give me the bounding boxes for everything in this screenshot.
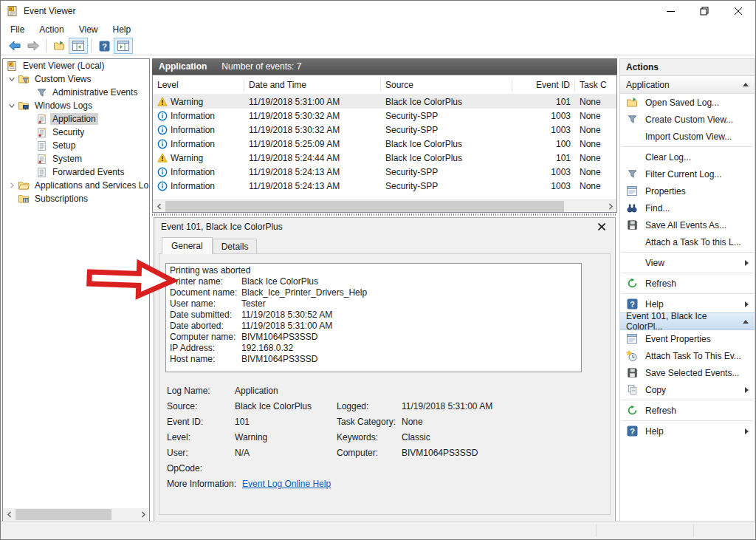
action-save-all-events-as[interactable]: Save All Events As... [620,216,755,233]
scrollbar-thumb[interactable] [165,201,564,212]
action-view[interactable]: View [620,254,755,271]
export-log-button[interactable] [49,38,69,54]
event-row[interactable]: Warning 11/19/2018 5:31:00 AM Black Ice … [153,95,616,109]
action-find[interactable]: Find... [620,199,755,216]
tree-item-application[interactable]: Application [3,112,149,126]
scroll-right-arrow-icon[interactable] [137,508,149,521]
scroll-left-arrow-icon[interactable] [153,200,165,213]
log-name: Application [159,61,207,72]
information-icon [157,125,168,135]
source-label: Source: [167,401,235,411]
event-row[interactable]: Information 11/19/2018 5:25:09 AM Black … [153,137,616,151]
tab-details[interactable]: Details [213,239,258,253]
column-header-level[interactable]: Level [153,78,244,92]
events-table: Level Date and Time Source Event ID Task… [152,75,617,213]
scroll-right-arrow-icon[interactable] [604,200,616,213]
user-label: User: [167,448,235,458]
action-help-event[interactable]: ? Help [620,423,755,440]
event-row[interactable]: Warning 11/19/2018 5:24:44 AM Black Ice … [153,151,616,165]
actions-section-application[interactable]: Application [620,76,755,94]
scrollbar-thumb[interactable] [16,509,111,520]
titlebar: Event Viewer [1,1,755,21]
restore-button[interactable] [687,1,721,21]
show-action-pane-button[interactable] [114,38,133,54]
chevron-right-icon[interactable] [6,182,18,189]
minimize-button[interactable] [653,1,687,21]
menu-action[interactable]: Action [32,22,71,37]
tree-item-security[interactable]: Security [3,126,149,139]
svg-text:?: ? [102,41,107,50]
action-filter-current-log[interactable]: Filter Current Log... [620,165,755,182]
event-row[interactable]: Information 11/19/2018 5:24:13 AM Securi… [153,165,616,179]
column-header-source[interactable]: Source [381,78,512,92]
tab-general[interactable]: General [162,237,213,254]
action-attach-task-to-event[interactable]: Attach Task To This Ev... [620,347,755,364]
action-clear-log[interactable]: Clear Log... [620,148,755,165]
warning-icon [157,97,168,106]
action-create-custom-view[interactable]: Create Custom View... [620,111,755,128]
filter-icon [626,168,638,180]
column-header-eventid[interactable]: Event ID [512,78,575,92]
tree-item-applications-and-services-logs[interactable]: Applications and Services Lo [3,179,149,192]
event-id-value: 101 [235,417,337,427]
event-viewer-window: Event Viewer File Action View Help [0,0,756,540]
action-help[interactable]: ? Help [620,295,755,312]
keywords-value: Classic [402,432,610,442]
save-icon [626,367,638,379]
close-button[interactable] [721,1,755,21]
tree-item-custom-views[interactable]: Custom Views [3,72,149,86]
preview-close-button[interactable] [595,220,608,233]
event-row[interactable]: Information 11/19/2018 5:30:32 AM Securi… [153,109,616,123]
collapse-arrow-icon [743,83,749,86]
event-description-box[interactable]: Printing was aborted Printer name:Black … [165,263,582,372]
back-button[interactable] [4,38,24,54]
action-attach-task-to-log[interactable]: Attach a Task To this L... [620,233,755,250]
help-button[interactable]: ? [94,38,114,54]
keywords-label: Keywords: [337,432,402,442]
general-tab-page: Printing was aborted Printer name:Black … [159,253,611,515]
chevron-down-icon[interactable] [6,75,18,83]
tree-item-windows-logs[interactable]: Windows Logs [3,99,149,112]
toolbar: ? [1,37,755,55]
action-refresh-event[interactable]: Refresh [620,402,755,419]
menubar: File Action View Help [1,21,755,37]
event-row[interactable]: Information 11/19/2018 5:30:32 AM Securi… [153,123,616,137]
log-header-bar: Application Number of events: 7 [152,58,617,75]
tree-item-system[interactable]: System [3,152,149,165]
actions-section-event-101[interactable]: Event 101, Black Ice ColorPl... [620,312,755,330]
scroll-left-arrow-icon[interactable] [3,508,16,521]
help-icon: ? [99,41,110,52]
action-properties[interactable]: Properties [620,182,755,199]
computer-value: BIVM1064PS3SSD [402,448,610,458]
preview-pane: Event 101, Black Ice ColorPlus General D… [154,217,616,522]
chevron-down-icon[interactable] [6,102,18,109]
actions-separator [622,273,753,273]
open-folder-icon [626,97,638,109]
menu-file[interactable]: File [3,22,32,37]
action-refresh[interactable]: Refresh [620,275,755,292]
menu-help[interactable]: Help [106,22,139,37]
tree-item-subscriptions[interactable]: Subscriptions [3,192,149,205]
opcode-label: OpCode: [167,463,235,474]
forward-button[interactable] [24,38,43,54]
action-copy[interactable]: Copy [620,381,755,398]
column-header-task[interactable]: Task C [575,78,616,92]
column-header-date[interactable]: Date and Time [244,78,381,92]
status-divider [693,524,694,537]
tree-item-forwarded-events[interactable]: Forwarded Events [3,165,149,179]
tree-item-setup[interactable]: Setup [3,139,149,152]
show-console-tree-button[interactable] [69,38,88,54]
action-open-saved-log[interactable]: Open Saved Log... [620,94,755,111]
action-import-custom-view[interactable]: Import Custom View... [620,128,755,145]
logged-value: 11/19/2018 5:31:00 AM [402,401,610,411]
tree-item-event-viewer-local[interactable]: Event Viewer (Local) [3,59,149,72]
folder-sub-icon [18,193,30,205]
event-log-online-help-link[interactable]: Event Log Online Help [242,479,331,489]
menu-view[interactable]: View [72,22,106,37]
save-icon [626,219,638,231]
event-row[interactable]: Information 11/19/2018 5:24:13 AM Securi… [153,179,616,193]
action-event-properties[interactable]: Event Properties [620,330,755,347]
tree-item-administrative-events[interactable]: Administrative Events [3,86,149,99]
action-save-selected-events[interactable]: Save Selected Events... [620,364,755,381]
log-name-value: Application [235,386,337,396]
